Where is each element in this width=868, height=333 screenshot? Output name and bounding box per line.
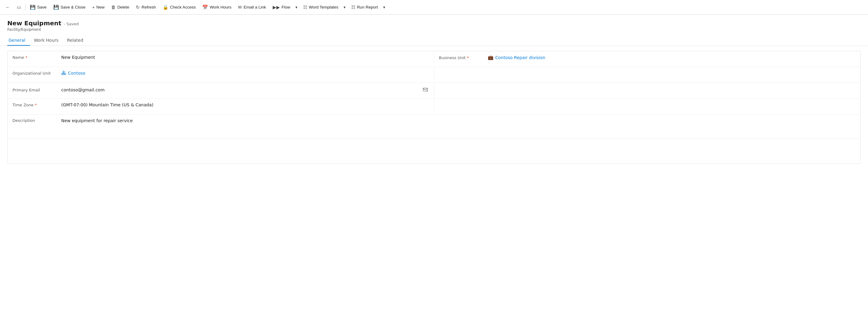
name-label: Name * (12, 55, 61, 60)
run-report-caret-icon: ▼ (382, 5, 386, 9)
primary-email-text[interactable]: contoso@gmail.com (61, 87, 421, 92)
save-icon: 💾 (30, 5, 36, 10)
save-button[interactable]: 💾 Save (27, 2, 50, 13)
row-description: Description New equipment for repair ser… (8, 115, 860, 139)
form-container: Name * New Equipment Business Unit * 💼 C… (7, 51, 861, 163)
flow-caret-button[interactable]: ▼ (293, 2, 300, 13)
svg-rect-3 (65, 74, 66, 74)
tab-general[interactable]: General (7, 35, 30, 46)
flow-icon: ▶▶ (273, 5, 280, 10)
description-field-container: Description New equipment for repair ser… (8, 115, 860, 127)
run-report-caret-button[interactable]: ▼ (381, 2, 387, 13)
tab-work-hours[interactable]: Work Hours (33, 35, 63, 46)
run-report-button[interactable]: ☷ Run Report (348, 2, 381, 13)
primary-email-right-empty (434, 83, 861, 90)
work-hours-label: Work Hours (210, 5, 231, 9)
flow-label: Flow (281, 5, 290, 9)
primary-email-value: contoso@gmail.com (61, 87, 429, 93)
run-report-icon: ☷ (351, 5, 355, 10)
org-unit-value: Contoso (61, 71, 429, 75)
page-title: New Equipment (7, 20, 61, 27)
divider-1 (25, 4, 26, 11)
delete-icon: 🗑 (111, 5, 116, 10)
word-templates-caret-icon: ▼ (343, 5, 346, 9)
check-access-icon: 🔒 (163, 5, 168, 10)
row-name-bu: Name * New Equipment Business Unit * 💼 C… (8, 51, 860, 67)
save-close-button[interactable]: 💾 Save & Close (50, 2, 89, 13)
time-zone-right-empty (434, 99, 861, 106)
org-unit-right-empty (434, 67, 861, 74)
email-link-icon: ✉ (238, 5, 242, 10)
business-unit-field-container: Business Unit * 💼 Contoso Repair divisio… (434, 51, 861, 64)
row-time-zone: Time Zone * (GMT-07:00) Mountain Time (U… (8, 99, 860, 115)
email-link-label: Email a Link (243, 5, 266, 9)
flow-group: ▶▶ Flow ▼ (270, 2, 300, 13)
primary-email-field-container: Primary Email contoso@gmail.com (8, 83, 434, 97)
save-close-icon: 💾 (53, 5, 59, 10)
business-unit-label: Business Unit * (439, 56, 488, 60)
org-unit-link[interactable]: Contoso (68, 71, 429, 75)
new-icon: + (92, 5, 95, 10)
page-title-row: New Equipment - Saved (7, 20, 861, 27)
delete-button[interactable]: 🗑 Delete (108, 2, 132, 13)
page-header: New Equipment - Saved Facility/Equipment (0, 14, 868, 34)
time-zone-field-container: Time Zone * (GMT-07:00) Mountain Time (U… (8, 99, 434, 111)
flow-button[interactable]: ▶▶ Flow (270, 2, 293, 13)
save-close-label: Save & Close (61, 5, 86, 9)
row-primary-email: Primary Email contoso@gmail.com (8, 83, 860, 99)
word-templates-button[interactable]: ☷ Word Templates (300, 2, 341, 13)
window-button[interactable]: ▭ (14, 2, 24, 13)
page-subtitle: Facility/Equipment (7, 27, 861, 32)
name-value[interactable]: New Equipment (61, 55, 429, 60)
name-required: * (25, 55, 27, 60)
org-unit-icon (61, 71, 66, 75)
word-templates-group: ☷ Word Templates ▼ (300, 2, 348, 13)
svg-rect-0 (63, 71, 64, 72)
business-unit-value: 💼 Contoso Repair division (488, 55, 856, 60)
window-icon: ▭ (17, 5, 21, 10)
work-hours-icon: 📅 (202, 5, 208, 10)
work-hours-button[interactable]: 📅 Work Hours (199, 2, 234, 13)
new-button[interactable]: + New (89, 2, 108, 13)
save-label: Save (37, 5, 46, 9)
toolbar: ← ▭ 💾 Save 💾 Save & Close + New 🗑 Delete… (0, 0, 868, 14)
word-templates-icon: ☷ (303, 5, 307, 10)
row-org-unit: Organizational Unit C (8, 67, 860, 83)
refresh-label: Refresh (142, 5, 156, 9)
form-footer (8, 139, 860, 163)
description-label: Description (12, 118, 61, 123)
time-zone-value[interactable]: (GMT-07:00) Mountain Time (US & Canada) (61, 102, 429, 107)
bu-required: * (467, 56, 469, 60)
tabs-bar: General Work Hours Related (0, 35, 868, 46)
run-report-group: ☷ Run Report ▼ (348, 2, 387, 13)
refresh-icon: ↻ (136, 5, 140, 10)
org-unit-label: Organizational Unit (12, 71, 61, 75)
back-icon: ← (5, 5, 10, 10)
description-value[interactable]: New equipment for repair service (61, 118, 856, 123)
back-button[interactable]: ← (2, 2, 13, 13)
org-unit-field-container: Organizational Unit C (8, 67, 434, 79)
email-link-button[interactable]: ✉ Email a Link (235, 2, 269, 13)
check-access-label: Check Access (170, 5, 196, 9)
business-unit-link[interactable]: Contoso Repair division (495, 55, 856, 60)
word-templates-label: Word Templates (309, 5, 338, 9)
run-report-label: Run Report (357, 5, 378, 9)
name-field-container: Name * New Equipment (8, 51, 434, 63)
email-compose-icon[interactable] (422, 87, 429, 93)
refresh-button[interactable]: ↻ Refresh (133, 2, 159, 13)
delete-label: Delete (117, 5, 129, 9)
tab-related[interactable]: Related (66, 35, 88, 46)
business-unit-icon: 💼 (488, 55, 494, 60)
tz-required: * (35, 103, 37, 107)
new-label: New (96, 5, 104, 9)
page-saved-status: - Saved (64, 22, 79, 26)
time-zone-label: Time Zone * (12, 103, 61, 107)
primary-email-label: Primary Email (12, 88, 61, 92)
check-access-button[interactable]: 🔒 Check Access (160, 2, 199, 13)
word-templates-caret-button[interactable]: ▼ (341, 2, 348, 13)
svg-rect-2 (63, 74, 64, 74)
svg-rect-1 (62, 74, 63, 74)
flow-caret-icon: ▼ (295, 5, 298, 9)
